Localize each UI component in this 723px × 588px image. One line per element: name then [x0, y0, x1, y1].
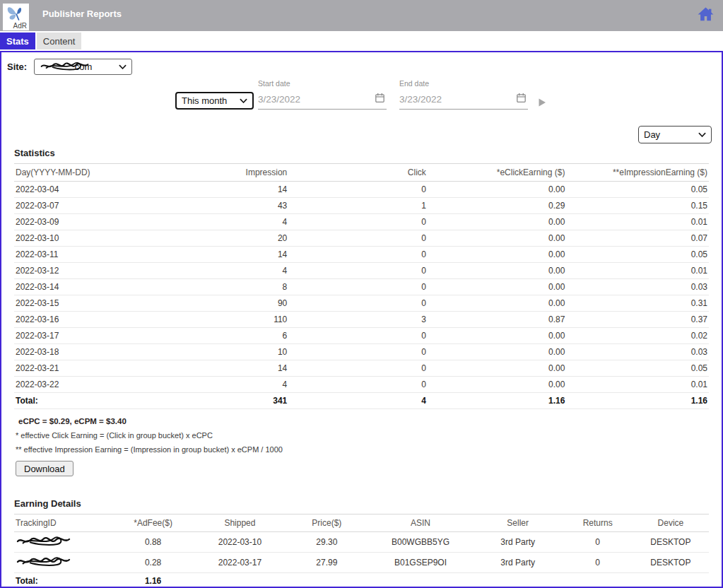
tab-stats[interactable]: Stats: [0, 33, 35, 49]
table-cell: 2022-03-17: [14, 328, 146, 344]
start-date-field[interactable]: Start date 3/23/2022: [258, 79, 387, 110]
table-cell: 0: [563, 553, 633, 573]
column-header: **eImpressionEarning ($): [566, 164, 709, 182]
total-cell: [563, 573, 633, 588]
logo-text: AdR: [13, 22, 27, 30]
total-cell: [473, 573, 563, 588]
report-panel: Site: .com This month Start date 3/23/20…: [0, 51, 723, 588]
table-cell: 20: [146, 230, 289, 247]
table-row: 0.882022-03-1029.30B00WGBB5YG3rd Party0D…: [14, 532, 709, 553]
calendar-icon[interactable]: [375, 93, 385, 105]
header-row: TrackingID*AdFee($)ShippedPrice($)ASINSe…: [14, 514, 709, 532]
run-report-play-button[interactable]: [537, 98, 547, 110]
site-select[interactable]: .com: [34, 59, 132, 75]
column-header: Day(YYYY-MM-DD): [14, 164, 146, 182]
date-preset-value: This month: [182, 95, 227, 106]
table-cell: 0.00: [428, 295, 567, 312]
site-row: Site: .com: [7, 59, 722, 75]
total-cell: Total:: [14, 573, 112, 588]
table-cell: 0: [288, 328, 428, 344]
home-icon[interactable]: [697, 6, 715, 26]
total-cell: 4: [288, 393, 428, 409]
end-date-field[interactable]: End date 3/23/2022: [399, 79, 528, 110]
table-row: 2022-03-111400.000.05: [14, 247, 709, 263]
table-cell: 0.05: [566, 247, 709, 263]
table-cell: 10: [146, 344, 289, 360]
table-cell: 0.28: [112, 553, 195, 573]
total-cell: 1.16: [428, 393, 567, 409]
table-cell: 0: [288, 182, 428, 198]
redacted-scribble: [40, 60, 90, 74]
date-filter-row: This month Start date 3/23/2022 End date…: [1, 79, 722, 117]
total-cell: 341: [146, 393, 289, 409]
total-cell: 1.16: [566, 393, 709, 409]
table-cell: 2022-03-21: [14, 360, 146, 377]
column-header: Seller: [473, 514, 563, 532]
calendar-icon[interactable]: [516, 93, 527, 105]
table-row: 2022-03-14800.000.03: [14, 279, 709, 295]
table-cell: 1: [288, 198, 428, 214]
table-cell: 0.05: [566, 360, 709, 377]
table-cell: 2022-03-14: [14, 279, 146, 295]
table-cell: 4: [146, 263, 289, 279]
table-cell: B00WGBB5YG: [368, 532, 472, 553]
group-by-select[interactable]: Day: [638, 126, 712, 143]
table-cell: 2022-03-10: [195, 532, 286, 553]
table-cell: 0.00: [428, 377, 567, 393]
header-row: Day(YYYY-MM-DD)ImpressionClick*eClickEar…: [14, 164, 709, 182]
column-header: TrackingID: [14, 514, 112, 532]
table-row: 2022-03-211400.000.05: [14, 360, 709, 377]
group-by-value: Day: [644, 129, 660, 140]
date-preset-select[interactable]: This month: [175, 92, 254, 110]
download-stats-button[interactable]: Download: [16, 461, 74, 476]
table-cell: 3rd Party: [473, 553, 563, 573]
table-row: 2022-03-22400.000.01: [14, 377, 709, 393]
table-cell: 0.88: [112, 532, 195, 553]
tab-bar: Stats Content: [0, 31, 723, 49]
table-cell: 29.30: [285, 532, 368, 553]
table-cell: 0: [288, 247, 428, 263]
page-title: Publisher Reports: [42, 8, 122, 19]
table-cell: 43: [146, 198, 289, 214]
start-date-label: Start date: [258, 79, 387, 88]
adr-logo[interactable]: AdR: [3, 4, 29, 30]
table-cell: 2022-03-18: [14, 344, 146, 360]
table-cell: 0.00: [428, 344, 567, 360]
total-cell: 1.16: [112, 573, 195, 588]
chevron-down-icon: [119, 61, 127, 72]
statistics-table: Day(YYYY-MM-DD)ImpressionClick*eClickEar…: [14, 163, 709, 409]
table-cell: 2022-03-10: [14, 230, 146, 247]
table-cell: 0.00: [428, 328, 567, 344]
table-cell: 14: [146, 182, 289, 198]
table-cell: 0: [288, 360, 428, 377]
table-cell: 0: [288, 279, 428, 295]
total-cell: Total:: [14, 393, 146, 409]
table-row: 2022-03-102000.000.07: [14, 230, 709, 247]
table-cell: 2022-03-09: [14, 214, 146, 230]
table-cell: 0.07: [566, 230, 709, 247]
app-header: AdR Publisher Reports: [0, 0, 723, 31]
column-header: *AdFee($): [112, 514, 195, 532]
table-row: 2022-03-181000.000.03: [14, 344, 709, 360]
start-date-value: 3/23/2022: [258, 94, 300, 105]
table-cell: 0.00: [428, 279, 567, 295]
tab-content[interactable]: Content: [37, 33, 82, 49]
table-cell: 0.29: [428, 198, 567, 214]
column-header: Returns: [563, 514, 633, 532]
table-cell: 0.00: [428, 247, 567, 263]
total-cell: [195, 573, 286, 588]
table-cell: 2022-03-12: [14, 263, 146, 279]
table-row: 2022-03-074310.290.15: [14, 198, 709, 214]
table-row: 2022-03-12400.000.01: [14, 263, 709, 279]
chevron-down-icon: [240, 95, 247, 106]
table-cell: 90: [146, 295, 289, 312]
column-header: Shipped: [195, 514, 286, 532]
statistics-heading: Statistics: [14, 148, 709, 158]
total-cell: [285, 573, 368, 588]
table-cell: 4: [146, 377, 289, 393]
table-row: 0.282022-03-1727.99B01GSEP9OI3rd Party0D…: [14, 553, 709, 573]
table-row: 2022-03-17600.000.02: [14, 328, 709, 344]
table-cell: 0: [288, 230, 428, 247]
table-cell: 0.01: [566, 214, 709, 230]
table-cell: 3: [288, 312, 428, 328]
